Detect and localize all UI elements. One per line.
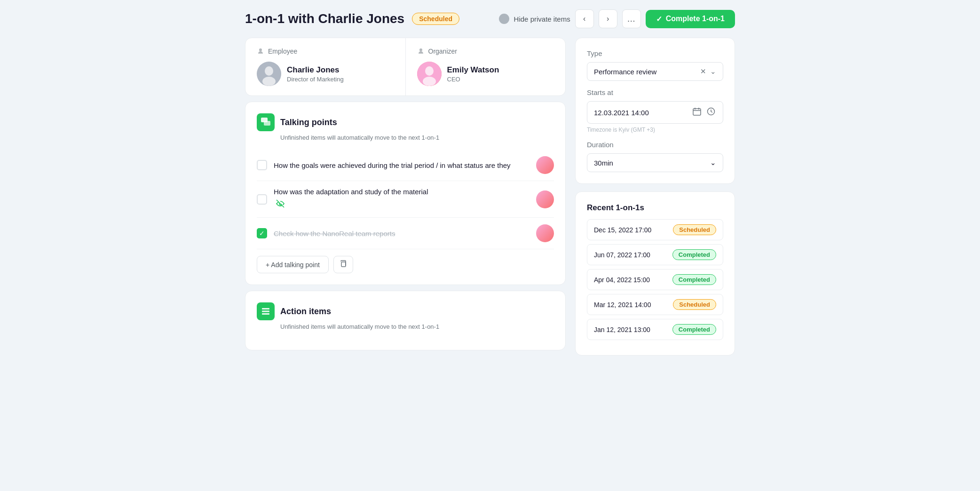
svg-rect-8: [341, 262, 346, 267]
employee-section: Employee Charlie Jones: [245, 38, 405, 95]
talking-points-subtitle: Unfinished items will automatically move…: [280, 134, 554, 141]
recent-item-0[interactable]: Dec 15, 2022 17:00 Scheduled: [587, 219, 723, 240]
clear-icon[interactable]: ✕: [700, 67, 706, 76]
recent-badge-0: Scheduled: [673, 224, 716, 235]
header-controls: Hide private items ‹ › … ✓ Complete 1-on…: [499, 9, 735, 28]
action-items-card: Action items Unfinished items will autom…: [245, 291, 566, 350]
recent-date-4: Jan 12, 2021 13:00: [594, 326, 650, 333]
employee-info: Charlie Jones Director of Marketing: [257, 62, 394, 86]
svg-point-2: [262, 77, 276, 86]
copy-button[interactable]: [333, 256, 353, 273]
recent-list: Dec 15, 2022 17:00 Scheduled Jun 07, 202…: [587, 219, 723, 340]
talking-points-card: Talking points Unfinished items will aut…: [245, 102, 566, 285]
employee-details: Charlie Jones Director of Marketing: [287, 65, 344, 83]
chat-icon: [261, 117, 271, 127]
complete-button[interactable]: ✓ Complete 1-on-1: [646, 10, 735, 28]
talking-text-3: Check how the NanoReal team reports: [274, 230, 530, 238]
organizer-section: Organizer Emily Watson CEO: [405, 38, 566, 95]
organizer-name: Emily Watson: [447, 65, 499, 75]
action-items-subtitle: Unfinished items will automatically move…: [280, 323, 554, 330]
type-label: Type: [587, 49, 723, 57]
svg-point-4: [425, 66, 434, 76]
left-panel: Employee Charlie Jones: [245, 38, 566, 350]
next-button[interactable]: ›: [599, 9, 617, 28]
recent-badge-2: Completed: [672, 274, 716, 285]
recent-item-2[interactable]: Apr 04, 2022 15:00 Completed: [587, 269, 723, 290]
app-container: 1-on-1 with Charlie Jones Scheduled Hide…: [245, 9, 735, 356]
recent-badge-1: Completed: [672, 249, 716, 260]
people-card: Employee Charlie Jones: [245, 38, 566, 96]
checkbox-2[interactable]: [257, 194, 267, 205]
prev-button[interactable]: ‹: [575, 9, 594, 28]
charlie-avatar-svg: [257, 62, 281, 86]
svg-rect-12: [693, 109, 701, 115]
more-button[interactable]: …: [622, 9, 641, 28]
avatar-charlie: [257, 62, 281, 86]
recent-badge-4: Completed: [672, 324, 716, 335]
calendar-icon-button[interactable]: [692, 106, 702, 119]
duration-chevron-icon: ⌄: [710, 158, 716, 167]
starts-at-field: 12.03.2021 14:00: [587, 101, 723, 124]
mini-avatar-3: [536, 224, 554, 242]
recent-date-0: Dec 15, 2022 17:00: [594, 226, 651, 234]
timezone-text: Timezone is Kyiv (GMT +3): [587, 127, 723, 133]
duration-select[interactable]: 30min ⌄: [587, 153, 723, 172]
organizer-icon: [417, 48, 425, 55]
right-panel: Type Performance review ✕ ⌄ Starts at 12…: [575, 38, 735, 356]
hide-private-label: Hide private items: [514, 15, 570, 23]
header: 1-on-1 with Charlie Jones Scheduled Hide…: [245, 9, 735, 28]
talking-item: How the goals were achieved during the t…: [257, 150, 554, 181]
organizer-role-label: Organizer: [417, 48, 554, 55]
talking-item-2: How was the adaptation and study of the …: [257, 181, 554, 218]
recent-title: Recent 1-on-1s: [587, 203, 723, 213]
employee-name: Charlie Jones: [287, 65, 344, 75]
organizer-details: Emily Watson CEO: [447, 65, 499, 83]
eye-off-svg: [276, 199, 285, 208]
employee-position: Director of Marketing: [287, 76, 344, 83]
talking-points-icon: [257, 113, 275, 131]
calendar-icon: [693, 107, 701, 116]
page-title: 1-on-1 with Charlie Jones: [245, 11, 404, 26]
talking-points-header: Talking points: [257, 113, 554, 131]
avatar-emily: [417, 62, 442, 86]
employee-role-label: Employee: [257, 48, 394, 55]
svg-rect-11: [262, 313, 269, 315]
employee-icon: [257, 48, 264, 55]
organizer-position: CEO: [447, 76, 499, 83]
duration-label: Duration: [587, 141, 723, 149]
status-badge: Scheduled: [412, 13, 459, 25]
recent-item-3[interactable]: Mar 12, 2021 14:00 Scheduled: [587, 294, 723, 315]
checkbox-1[interactable]: [257, 160, 267, 170]
starts-at-label: Starts at: [587, 88, 723, 96]
recent-card: Recent 1-on-1s Dec 15, 2022 17:00 Schedu…: [575, 191, 735, 356]
recent-badge-3: Scheduled: [673, 299, 716, 310]
copy-icon: [340, 260, 347, 268]
list-icon: [261, 307, 270, 316]
talking-points-title: Talking points: [280, 118, 337, 127]
recent-date-1: Jun 07, 2022 17:00: [594, 251, 650, 259]
action-items-title: Action items: [280, 307, 331, 317]
type-card: Type Performance review ✕ ⌄ Starts at 12…: [575, 38, 735, 184]
type-select[interactable]: Performance review ✕ ⌄: [587, 62, 723, 81]
emily-avatar-svg: [417, 62, 442, 86]
svg-rect-9: [262, 308, 269, 309]
chevron-down-icon[interactable]: ⌄: [710, 67, 716, 76]
type-value: Performance review: [594, 68, 700, 76]
add-talking-point-button[interactable]: + Add talking point: [257, 256, 329, 273]
item2-content: How was the adaptation and study of the …: [274, 188, 530, 211]
recent-item-1[interactable]: Jun 07, 2022 17:00 Completed: [587, 244, 723, 265]
type-select-icons: ✕ ⌄: [700, 67, 716, 76]
svg-point-1: [265, 66, 273, 76]
talking-item-3: ✓ Check how the NanoReal team reports: [257, 218, 554, 249]
talking-text-1: How the goals were achieved during the t…: [274, 161, 530, 169]
checkbox-3[interactable]: ✓: [257, 228, 267, 238]
recent-date-3: Mar 12, 2021 14:00: [594, 301, 651, 309]
svg-point-5: [423, 77, 436, 86]
talking-text-2: How was the adaptation and study of the …: [274, 188, 428, 196]
private-toggle[interactable]: [499, 14, 509, 24]
check-icon: ✓: [656, 15, 662, 24]
clock-icon-button[interactable]: [706, 106, 716, 119]
mini-avatar-1: [536, 156, 554, 174]
recent-item-4[interactable]: Jan 12, 2021 13:00 Completed: [587, 319, 723, 340]
main-layout: Employee Charlie Jones: [245, 38, 735, 356]
